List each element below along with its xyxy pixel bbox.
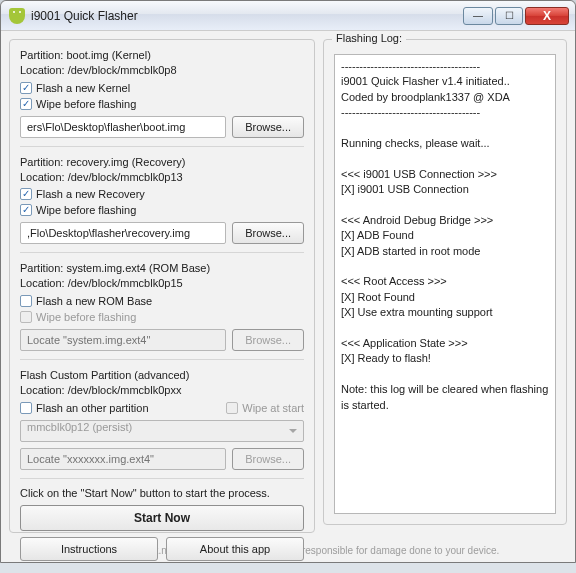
kernel-wipe-label: Wipe before flashing <box>36 98 136 110</box>
right-panel: Flashing Log: --------------------------… <box>323 39 567 533</box>
app-window: i9001 Quick Flasher — ☐ X Partition: boo… <box>0 0 576 563</box>
custom-header-2: Location: /dev/block/mmcblk0pxx <box>20 383 304 398</box>
system-wipe-checkbox <box>20 311 32 323</box>
custom-flash-label: Flash an other partition <box>36 402 149 414</box>
main-groupbox: Partition: boot.img (Kernel) Location: /… <box>9 39 315 533</box>
about-button[interactable]: About this app <box>166 537 304 561</box>
kernel-flash-label: Flash a new Kernel <box>36 82 130 94</box>
custom-partition-combo: mmcblk0p12 (persist) <box>20 420 304 442</box>
log-title: Flashing Log: <box>332 32 406 44</box>
recovery-path-input[interactable] <box>20 222 226 244</box>
separator <box>20 252 304 253</box>
recovery-browse-button[interactable]: Browse... <box>232 222 304 244</box>
kernel-flash-checkbox[interactable] <box>20 82 32 94</box>
close-button[interactable]: X <box>525 7 569 25</box>
recovery-header-2: Location: /dev/block/mmcblk0p13 <box>20 170 304 185</box>
system-header-1: Partition: system.img.ext4 (ROM Base) <box>20 261 304 276</box>
system-browse-button: Browse... <box>232 329 304 351</box>
custom-path-input <box>20 448 226 470</box>
separator <box>20 478 304 479</box>
custom-wipe-checkbox <box>226 402 238 414</box>
kernel-wipe-checkbox[interactable] <box>20 98 32 110</box>
start-now-button[interactable]: Start Now <box>20 505 304 531</box>
start-hint: Click on the "Start Now" button to start… <box>20 487 304 499</box>
window-controls: — ☐ X <box>461 7 569 25</box>
flashing-log[interactable]: -------------------------------------- i… <box>334 54 556 514</box>
recovery-wipe-checkbox[interactable] <box>20 204 32 216</box>
custom-wipe-label: Wipe at start <box>242 402 304 414</box>
custom-section: Flash Custom Partition (advanced) Locati… <box>20 368 304 470</box>
recovery-flash-checkbox[interactable] <box>20 188 32 200</box>
log-groupbox: Flashing Log: --------------------------… <box>323 39 567 525</box>
android-icon <box>9 8 25 24</box>
system-path-input <box>20 329 226 351</box>
custom-flash-checkbox[interactable] <box>20 402 32 414</box>
minimize-button[interactable]: — <box>463 7 493 25</box>
separator <box>20 359 304 360</box>
maximize-button[interactable]: ☐ <box>495 7 523 25</box>
instructions-button[interactable]: Instructions <box>20 537 158 561</box>
recovery-flash-label: Flash a new Recovery <box>36 188 145 200</box>
system-flash-label: Flash a new ROM Base <box>36 295 152 307</box>
system-header-2: Location: /dev/block/mmcblk0p15 <box>20 276 304 291</box>
system-wipe-label: Wipe before flashing <box>36 311 136 323</box>
system-flash-checkbox[interactable] <box>20 295 32 307</box>
kernel-section: Partition: boot.img (Kernel) Location: /… <box>20 48 304 138</box>
kernel-path-input[interactable] <box>20 116 226 138</box>
left-panel: Partition: boot.img (Kernel) Location: /… <box>9 39 315 533</box>
window-title: i9001 Quick Flasher <box>31 9 461 23</box>
kernel-header-2: Location: /dev/block/mmcblk0p8 <box>20 63 304 78</box>
kernel-browse-button[interactable]: Browse... <box>232 116 304 138</box>
kernel-header-1: Partition: boot.img (Kernel) <box>20 48 304 63</box>
recovery-wipe-label: Wipe before flashing <box>36 204 136 216</box>
separator <box>20 146 304 147</box>
custom-browse-button: Browse... <box>232 448 304 470</box>
client-area: Partition: boot.img (Kernel) Location: /… <box>1 31 575 541</box>
recovery-header-1: Partition: recovery.img (Recovery) <box>20 155 304 170</box>
custom-header-1: Flash Custom Partition (advanced) <box>20 368 304 383</box>
recovery-section: Partition: recovery.img (Recovery) Locat… <box>20 155 304 245</box>
system-section: Partition: system.img.ext4 (ROM Base) Lo… <box>20 261 304 351</box>
titlebar[interactable]: i9001 Quick Flasher — ☐ X <box>1 1 575 31</box>
